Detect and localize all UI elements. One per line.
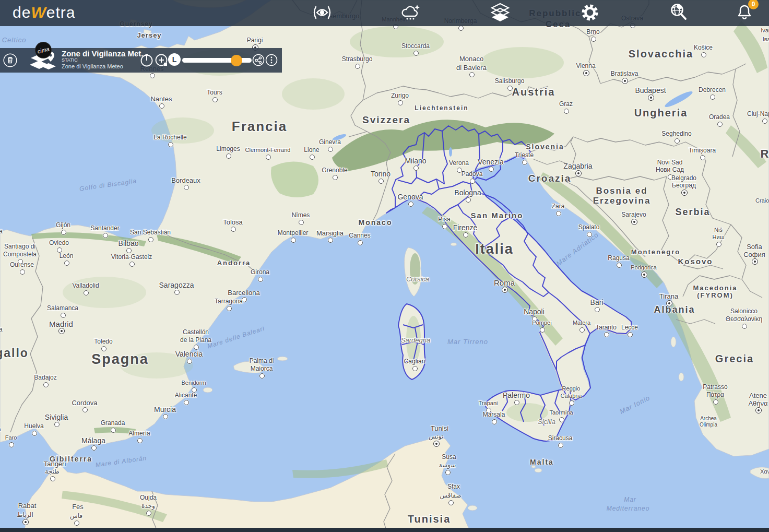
gear-icon bbox=[580, 3, 600, 24]
layer-type-badge: STATIC bbox=[62, 57, 148, 63]
layer-info[interactable]: Zone di Vigilanza Met... STATIC Zone di … bbox=[62, 50, 148, 70]
layer-time-button[interactable] bbox=[140, 53, 153, 68]
more-options-button[interactable] bbox=[265, 53, 278, 68]
notification-badge: 0 bbox=[748, 0, 759, 9]
clock-icon bbox=[140, 61, 153, 68]
kebab-menu-icon bbox=[265, 61, 278, 68]
delete-layer-button[interactable] bbox=[3, 53, 17, 69]
opacity-slider-knob[interactable] bbox=[231, 55, 242, 66]
logo-w-mark: W bbox=[31, 4, 46, 21]
layer-subtitle: Zone di Vigilanza Meteo bbox=[62, 63, 148, 70]
weather-cloud-icon bbox=[400, 4, 421, 23]
map-canvas[interactable] bbox=[0, 0, 769, 532]
bottom-bar bbox=[0, 528, 769, 532]
globe-search-icon bbox=[668, 2, 689, 25]
bell-icon: 0 bbox=[737, 4, 752, 22]
geo-search-button[interactable] bbox=[664, 0, 693, 26]
opacity-slider-track[interactable] bbox=[182, 58, 252, 63]
zoom-to-layer-button[interactable] bbox=[155, 53, 168, 68]
trash-icon bbox=[3, 61, 17, 69]
plus-icon bbox=[155, 61, 168, 68]
layer-title: Zone di Vigilanza Met... bbox=[62, 50, 148, 57]
legend-button[interactable]: L bbox=[168, 53, 181, 66]
app-logo[interactable]: deWetra bbox=[13, 4, 75, 21]
share-layer-button[interactable] bbox=[252, 53, 265, 68]
top-navigation-bar: deWetra bbox=[0, 0, 769, 26]
dewetra-app: { "header": { "logo": {"pre": "de", "mid… bbox=[0, 0, 769, 532]
weather-layers-button[interactable] bbox=[396, 0, 425, 26]
settings-button[interactable] bbox=[575, 0, 605, 26]
notifications-button[interactable]: 0 bbox=[730, 0, 759, 26]
layer-panel: cima Zone di Vigilanza Met... STATIC Zon… bbox=[0, 48, 282, 73]
layers-icon bbox=[490, 3, 511, 23]
logo-text-post: etra bbox=[46, 4, 76, 21]
share-icon bbox=[252, 61, 265, 68]
logo-text-pre: de bbox=[13, 4, 31, 21]
observations-button[interactable] bbox=[307, 0, 337, 26]
eye-icon bbox=[311, 5, 333, 22]
layers-menu-button[interactable] bbox=[486, 0, 515, 26]
